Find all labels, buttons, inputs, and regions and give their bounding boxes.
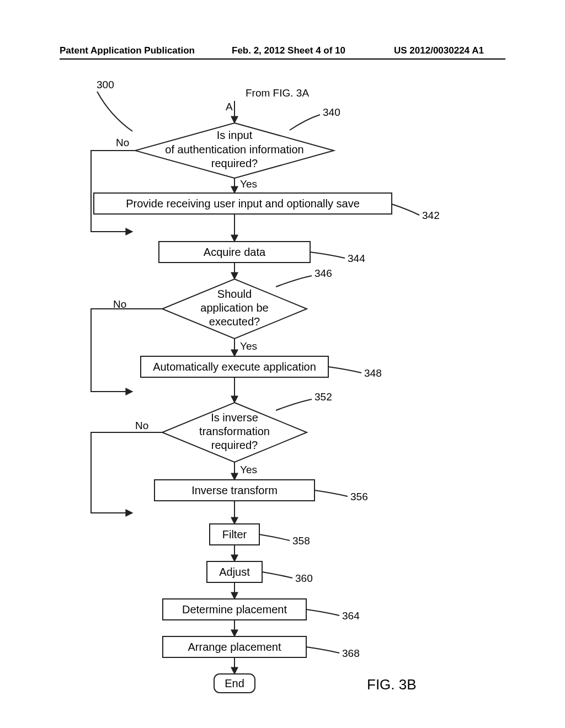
from-fig-label: From FIG. 3A — [246, 87, 309, 99]
svg-text:Filter: Filter — [222, 528, 247, 540]
flowchart: 300 From FIG. 3A A Is input of authentic… — [0, 0, 565, 728]
svg-text:360: 360 — [295, 572, 313, 584]
svg-text:Yes: Yes — [240, 178, 257, 190]
decision-346: Should application be executed? — [162, 279, 307, 339]
svg-text:348: 348 — [364, 367, 382, 379]
ref-340-label: 340 — [323, 106, 340, 118]
terminal-end: End — [214, 674, 255, 693]
svg-text:342: 342 — [422, 210, 440, 221]
svg-text:Inverse transform: Inverse transform — [191, 484, 278, 496]
svg-text:Yes: Yes — [240, 464, 257, 475]
svg-text:Provide receiving user input a: Provide receiving user input and optiona… — [126, 197, 360, 210]
ref-300-leader — [97, 92, 132, 131]
box-358: Filter — [210, 524, 259, 545]
svg-text:required?: required? — [211, 157, 258, 169]
svg-text:No: No — [116, 137, 129, 148]
svg-text:End: End — [225, 677, 244, 689]
svg-text:Yes: Yes — [240, 340, 257, 352]
svg-text:Acquire data: Acquire data — [204, 246, 266, 258]
svg-text:Should: Should — [217, 288, 252, 300]
svg-text:344: 344 — [348, 253, 365, 264]
svg-text:transformation: transformation — [199, 425, 270, 437]
svg-text:368: 368 — [342, 647, 360, 659]
svg-text:Is inverse: Is inverse — [211, 411, 258, 424]
decision-352: Is inverse transformation required? — [162, 403, 307, 462]
decision-340: Is input of authentication information r… — [135, 123, 334, 178]
box-344: Acquire data — [159, 242, 310, 263]
box-368: Arrange placement — [163, 636, 306, 657]
svg-text:346: 346 — [315, 267, 332, 279]
svg-text:No: No — [113, 298, 126, 310]
svg-text:352: 352 — [315, 391, 332, 403]
svg-text:executed?: executed? — [209, 315, 260, 328]
box-360: Adjust — [207, 561, 262, 582]
box-356: Inverse transform — [154, 480, 315, 501]
svg-text:Is input: Is input — [217, 129, 253, 141]
svg-text:application be: application be — [200, 302, 268, 314]
svg-text:of authentication information: of authentication information — [165, 143, 303, 156]
svg-text:356: 356 — [350, 491, 368, 502]
box-348: Automatically execute application — [141, 356, 328, 377]
connector-a: A — [226, 101, 233, 113]
box-342: Provide receiving user input and optiona… — [94, 193, 392, 214]
figure-label: FIG. 3B — [367, 676, 417, 693]
svg-text:358: 358 — [292, 535, 310, 547]
svg-text:No: No — [135, 420, 148, 431]
svg-text:required?: required? — [211, 439, 258, 451]
box-364: Determine placement — [163, 599, 306, 620]
svg-text:Arrange placement: Arrange placement — [188, 641, 281, 653]
svg-text:Adjust: Adjust — [219, 566, 250, 578]
ref-300: 300 — [97, 79, 114, 90]
svg-text:364: 364 — [342, 610, 360, 622]
svg-text:Automatically execute applicat: Automatically execute application — [153, 361, 316, 373]
svg-text:Determine placement: Determine placement — [182, 603, 287, 615]
